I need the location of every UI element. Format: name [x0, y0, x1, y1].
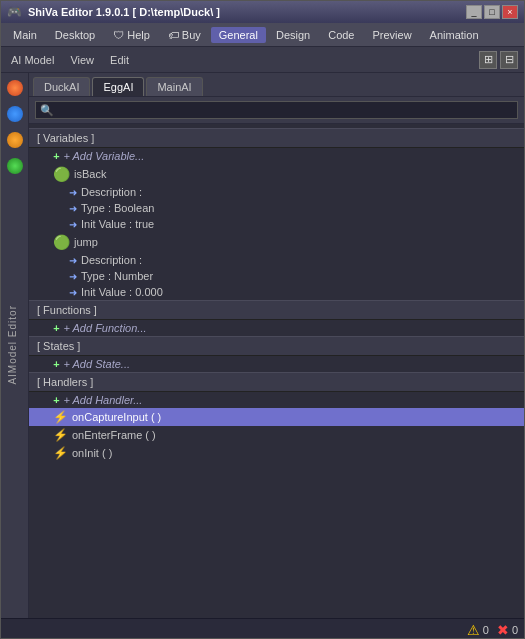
float-icon-btn[interactable]: ⊟: [500, 51, 518, 69]
toolbar-ai-model[interactable]: AI Model: [7, 52, 58, 68]
menu-code[interactable]: Code: [320, 27, 362, 43]
main-layout: DuckAI EggAI MainAI [ Variables ] + + Ad…: [1, 73, 524, 618]
add-function-button[interactable]: + + Add Function...: [29, 320, 524, 336]
isback-description: ➜ Description :: [29, 184, 524, 200]
tab-duck-ai[interactable]: DuckAI: [33, 77, 90, 96]
tab-egg-ai[interactable]: EggAI: [92, 77, 144, 96]
tree-content: [ Variables ] + + Add Variable... 🟢 isBa…: [29, 124, 524, 618]
toolbar-view[interactable]: View: [66, 52, 98, 68]
arrow-icon-3: ➜: [69, 219, 77, 230]
handler-oninit[interactable]: ⚡ onInit ( ): [29, 444, 524, 462]
error-status: ✖ 0: [497, 622, 518, 638]
add-handler-button[interactable]: + + Add Handler...: [29, 392, 524, 408]
menu-bar: Main Desktop 🛡 Help 🏷 Buy General Design…: [1, 23, 524, 47]
sidebar-icon-1[interactable]: [4, 77, 26, 99]
arrow-icon-4: ➜: [69, 255, 77, 266]
jump-initvalue: ➜ Init Value : 0.000: [29, 284, 524, 300]
minimize-button[interactable]: _: [466, 5, 482, 19]
menu-general[interactable]: General: [211, 27, 266, 43]
menu-design[interactable]: Design: [268, 27, 318, 43]
arrow-icon-1: ➜: [69, 187, 77, 198]
toolbar-edit[interactable]: Edit: [106, 52, 133, 68]
handler-icon-3: ⚡: [53, 446, 68, 460]
variable-isback[interactable]: 🟢 isBack: [29, 164, 524, 184]
status-bar: ⚠ 0 ✖ 0: [1, 618, 524, 639]
warning-icon: ⚠: [467, 622, 480, 638]
arrow-icon-5: ➜: [69, 271, 77, 282]
plus-icon-state: +: [53, 358, 59, 370]
handler-onenterframe[interactable]: ⚡ onEnterFrame ( ): [29, 426, 524, 444]
menu-main[interactable]: Main: [5, 27, 45, 43]
add-variable-button[interactable]: + + Add Variable...: [29, 148, 524, 164]
handler-icon-1: ⚡: [53, 410, 68, 424]
buy-icon: 🏷: [168, 29, 179, 41]
secondary-toolbar: AI Model View Edit ⊞ ⊟: [1, 47, 524, 73]
error-count: 0: [512, 624, 518, 636]
tab-main-ai[interactable]: MainAI: [146, 77, 202, 96]
maximize-button[interactable]: □: [484, 5, 500, 19]
menu-desktop[interactable]: Desktop: [47, 27, 103, 43]
add-state-button[interactable]: + + Add State...: [29, 356, 524, 372]
jump-description: ➜ Description :: [29, 252, 524, 268]
sidebar-icon-2[interactable]: [4, 103, 26, 125]
error-icon: ✖: [497, 622, 509, 638]
menu-preview[interactable]: Preview: [364, 27, 419, 43]
window-title: ShiVa Editor 1.9.0.1 [ D:\temp\Duck\ ]: [28, 6, 220, 18]
search-input[interactable]: [35, 101, 518, 119]
warning-status: ⚠ 0: [467, 622, 489, 638]
menu-buy[interactable]: 🏷 Buy: [160, 27, 209, 43]
handlers-section-header: [ Handlers ]: [29, 372, 524, 392]
isback-initvalue: ➜ Init Value : true: [29, 216, 524, 232]
content-area: DuckAI EggAI MainAI [ Variables ] + + Ad…: [29, 73, 524, 618]
left-sidebar: [1, 73, 29, 618]
states-section-header: [ States ]: [29, 336, 524, 356]
title-bar: 🎮 ShiVa Editor 1.9.0.1 [ D:\temp\Duck\ ]…: [1, 1, 524, 23]
functions-section-header: [ Functions ]: [29, 300, 524, 320]
variable-jump[interactable]: 🟢 jump: [29, 232, 524, 252]
sidebar-icon-3[interactable]: [4, 129, 26, 151]
arrow-icon-6: ➜: [69, 287, 77, 298]
menu-help[interactable]: 🛡 Help: [105, 27, 158, 43]
menu-animation[interactable]: Animation: [422, 27, 487, 43]
isback-type: ➜ Type : Boolean: [29, 200, 524, 216]
variable-icon-isback: 🟢: [53, 166, 70, 182]
arrow-icon-2: ➜: [69, 203, 77, 214]
tab-bar: DuckAI EggAI MainAI: [29, 73, 524, 97]
handler-oncaptureinput[interactable]: ⚡ onCaptureInput ( ): [29, 408, 524, 426]
sidebar-icon-4[interactable]: [4, 155, 26, 177]
variables-section-header: [ Variables ]: [29, 128, 524, 148]
plus-icon: +: [53, 150, 59, 162]
variable-icon-jump: 🟢: [53, 234, 70, 250]
help-icon: 🛡: [113, 29, 124, 41]
restore-icon-btn[interactable]: ⊞: [479, 51, 497, 69]
close-button[interactable]: ×: [502, 5, 518, 19]
plus-icon-func: +: [53, 322, 59, 334]
jump-type: ➜ Type : Number: [29, 268, 524, 284]
plus-icon-handler: +: [53, 394, 59, 406]
search-bar: [29, 97, 524, 124]
warning-count: 0: [483, 624, 489, 636]
handler-icon-2: ⚡: [53, 428, 68, 442]
